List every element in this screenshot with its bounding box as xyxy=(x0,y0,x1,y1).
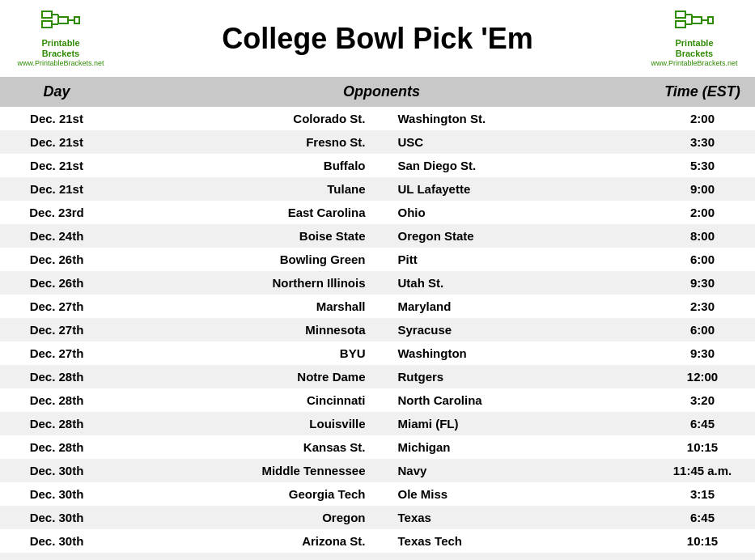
svg-rect-7 xyxy=(74,17,79,23)
cell-opponents: TulaneUL Lafayette xyxy=(113,177,650,201)
bracket-icon-left xyxy=(40,10,81,38)
cell-day: Dec. 30th xyxy=(0,459,113,482)
cell-opponents: Boise StateOregon State xyxy=(113,224,650,248)
cell-day: Dec. 28th xyxy=(0,388,113,412)
cell-time: 11:45 a.m. xyxy=(650,459,755,482)
team1-name: Cincinnati xyxy=(121,393,382,407)
logo-left-line1: Printable xyxy=(41,38,79,49)
cell-time: 2:00 xyxy=(650,107,755,130)
team2-name: Texas xyxy=(382,511,643,524)
cell-day: Dec. 21st xyxy=(0,177,113,201)
cell-time: 3:20 xyxy=(650,388,755,412)
table-row: Dec. 28thCincinnatiNorth Carolina3:20 xyxy=(0,388,755,412)
team1-name: Boise State xyxy=(121,229,382,243)
cell-day: Dec. 26th xyxy=(0,271,113,295)
cell-day: Dec. 28th xyxy=(0,412,113,435)
table-row: Dec. 28thNotre DameRutgers12:00 xyxy=(0,365,755,388)
table-row: Dec. 26thBowling GreenPitt6:00 xyxy=(0,248,755,271)
table-row: Dec. 30thOregonTexas6:45 xyxy=(0,506,755,529)
cell-opponents: BuffaloSan Diego St. xyxy=(113,154,650,177)
cell-opponents: Northern IllinoisUtah St. xyxy=(113,271,650,295)
svg-rect-13 xyxy=(692,17,702,23)
team2-name: Ohio xyxy=(382,206,643,219)
team1-name: East Carolina xyxy=(121,206,382,219)
cell-day: Dec. 30th xyxy=(0,482,113,506)
team1-name: Louisville xyxy=(121,417,382,431)
team1-name: BYU xyxy=(121,346,382,360)
cell-day: Dec. 30th xyxy=(0,529,113,553)
cell-time: 3:30 xyxy=(650,130,755,154)
cell-time: 9:30 xyxy=(650,271,755,295)
cell-opponents: OregonTexas xyxy=(113,506,650,529)
cell-time: 8:00 xyxy=(650,224,755,248)
cell-day: Dec. 21st xyxy=(0,107,113,130)
page-title: College Bowl Pick 'Em xyxy=(105,22,650,56)
team2-name: Michigan xyxy=(382,440,643,454)
cell-day: Dec. 23rd xyxy=(0,201,113,224)
svg-rect-1 xyxy=(42,21,52,28)
team2-name: Washington xyxy=(382,346,643,360)
col-header-time: Time (EST) xyxy=(650,77,755,107)
table-row: Dec. 24thBoise StateOregon State8:00 xyxy=(0,224,755,248)
logo-right: Printable Brackets www.PrintableBrackets… xyxy=(650,10,739,67)
cell-opponents: MarshallMaryland xyxy=(113,295,650,318)
table-row: Dec. 27thMarshallMaryland2:30 xyxy=(0,295,755,318)
cell-day: Dec. 26th xyxy=(0,248,113,271)
page-header: Printable Brackets www.PrintableBrackets… xyxy=(0,0,755,77)
cell-opponents: Kansas St.Michigan xyxy=(113,435,650,459)
team2-name: San Diego St. xyxy=(382,159,643,172)
cell-time: 6:45 xyxy=(650,506,755,529)
cell-opponents: CincinnatiNorth Carolina xyxy=(113,388,650,412)
team1-name: Arizona St. xyxy=(121,534,382,548)
team1-name: Middle Tennessee xyxy=(121,464,382,477)
cell-day: Dec. 27th xyxy=(0,342,113,365)
table-row: Dec. 30thGeorgia TechOle Miss3:15 xyxy=(0,482,755,506)
team1-name: Colorado St. xyxy=(121,112,382,125)
team1-name: Georgia Tech xyxy=(121,487,382,501)
team2-name: Washington St. xyxy=(382,112,643,125)
team2-name: Utah St. xyxy=(382,276,643,290)
team1-name: Tulane xyxy=(121,182,382,196)
cell-day: Dec. 31st xyxy=(0,553,113,560)
cell-day: Dec. 27th xyxy=(0,295,113,318)
table-row: Dec. 27thMinnesotaSyracuse6:00 xyxy=(0,318,755,342)
team2-name: USC xyxy=(382,135,643,149)
cell-opponents: ArizonaBoston College xyxy=(113,553,650,560)
cell-opponents: Fresno St.USC xyxy=(113,130,650,154)
team2-name: Miami (FL) xyxy=(382,417,643,431)
logo-right-line2: Brackets xyxy=(675,49,713,59)
team2-name: Pitt xyxy=(382,252,643,266)
col-header-opponents: Opponents xyxy=(113,77,650,107)
team1-name: Kansas St. xyxy=(121,440,382,454)
cell-time: 9:30 xyxy=(650,342,755,365)
table-row: Dec. 30thArizona St.Texas Tech10:15 xyxy=(0,529,755,553)
logo-left: Printable Brackets www.PrintableBrackets… xyxy=(16,10,105,67)
team1-name: Notre Dame xyxy=(121,370,382,384)
team1-name: Minnesota xyxy=(121,323,382,337)
cell-opponents: Georgia TechOle Miss xyxy=(113,482,650,506)
cell-day: Dec. 27th xyxy=(0,318,113,342)
cell-day: Dec. 24th xyxy=(0,224,113,248)
cell-opponents: Middle TennesseeNavy xyxy=(113,459,650,482)
team2-name: Rutgers xyxy=(382,370,643,384)
bracket-icon-right xyxy=(674,10,715,38)
cell-time: 12:30 xyxy=(650,553,755,560)
team2-name: Navy xyxy=(382,464,643,477)
table-row: Dec. 31stArizonaBoston College12:30 xyxy=(0,553,755,560)
team2-name: Texas Tech xyxy=(382,534,643,548)
schedule-table: Day Opponents Time (EST) Dec. 21stColora… xyxy=(0,77,755,560)
team2-name: Syracuse xyxy=(382,323,643,337)
table-row: Dec. 21stBuffaloSan Diego St.5:30 xyxy=(0,154,755,177)
col-header-day: Day xyxy=(0,77,113,107)
cell-opponents: BYUWashington xyxy=(113,342,650,365)
logo-left-url: www.PrintableBrackets.net xyxy=(17,59,104,67)
cell-time: 3:15 xyxy=(650,482,755,506)
team2-name: Ole Miss xyxy=(382,487,643,501)
cell-day: Dec. 21st xyxy=(0,154,113,177)
cell-time: 6:00 xyxy=(650,318,755,342)
logo-left-line2: Brackets xyxy=(41,49,79,59)
cell-opponents: East CarolinaOhio xyxy=(113,201,650,224)
table-header-row: Day Opponents Time (EST) xyxy=(0,77,755,107)
cell-time: 9:00 xyxy=(650,177,755,201)
cell-opponents: Arizona St.Texas Tech xyxy=(113,529,650,553)
